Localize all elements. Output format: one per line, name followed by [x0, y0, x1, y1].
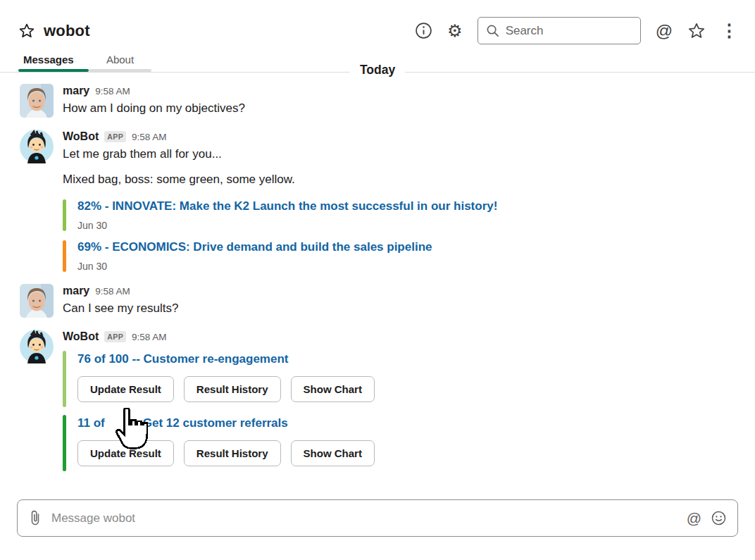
message-wobot-1: WoBot APP 9:58 AM Let me grab them all f…	[0, 123, 755, 278]
tab-about-label: About	[106, 54, 134, 66]
gear-icon[interactable]: ⚙	[447, 23, 463, 39]
result-link-prefix: 11 of	[77, 416, 105, 430]
date-divider-label: Today	[350, 63, 405, 77]
update-result-button[interactable]: Update Result	[77, 376, 174, 402]
message-timestamp: 9:58 AM	[95, 86, 130, 97]
message-text: Mixed bag, boss: some green, some yellow…	[63, 171, 741, 189]
message-author[interactable]: mary	[63, 85, 89, 97]
update-result-button[interactable]: Update Result	[77, 440, 174, 466]
search-input[interactable]	[506, 24, 632, 38]
avatar-wobot[interactable]	[20, 330, 54, 363]
page-title: wobot	[44, 22, 90, 40]
result-link-suffix: Get 12 customer referrals	[143, 416, 288, 430]
tab-messages-label: Messages	[23, 54, 74, 66]
tab-about[interactable]: About	[89, 54, 151, 72]
objective-date: Jun 30	[77, 261, 432, 272]
star-icon[interactable]	[687, 22, 706, 40]
result-block: 11 ofGet 12 customer referrals Update Re…	[63, 415, 741, 471]
result-block: 76 of 100 -- Customer re-engagement Upda…	[63, 351, 741, 407]
at-mention-icon[interactable]: @	[656, 23, 673, 39]
message-wobot-2: WoBot APP 9:58 AM 76 of 100 -- Customer …	[0, 323, 755, 477]
avatar-wobot[interactable]	[20, 130, 54, 163]
objective-date: Jun 30	[77, 220, 497, 231]
star-icon[interactable]	[18, 23, 35, 39]
message-author[interactable]: mary	[63, 285, 89, 297]
message-list: mary 9:58 AM How am I doing on my object…	[0, 73, 755, 477]
result-history-button[interactable]: Result History	[184, 376, 281, 402]
message-timestamp: 9:58 AM	[95, 286, 130, 297]
objective-link[interactable]: 82% - INNOVATE: Make the K2 Launch the m…	[77, 199, 497, 213]
avatar-mary[interactable]	[20, 84, 54, 118]
message-timestamp: 9:58 AM	[132, 332, 167, 342]
app-badge: APP	[104, 131, 126, 142]
avatar-mary[interactable]	[20, 284, 54, 318]
message-author[interactable]: WoBot	[63, 330, 99, 343]
tab-messages[interactable]: Messages	[18, 54, 89, 72]
search-icon	[486, 24, 499, 37]
result-link[interactable]: 11 ofGet 12 customer referrals	[77, 415, 375, 430]
message-composer[interactable]: @	[17, 499, 738, 537]
app-badge: APP	[104, 331, 126, 342]
paperclip-icon[interactable]	[28, 509, 42, 528]
info-icon[interactable]	[415, 22, 432, 39]
message-mary-2: mary 9:58 AM Can I see my results?	[0, 278, 755, 323]
message-timestamp: 9:58 AM	[132, 132, 167, 142]
channel-header: wobot ⚙ @ ⋮ Messages About	[0, 0, 755, 72]
objective-attachment: 82% - INNOVATE: Make the K2 Launch the m…	[63, 199, 741, 231]
objective-attachment: 69% - ECONOMICS: Drive demand and build …	[63, 240, 741, 272]
show-chart-button[interactable]: Show Chart	[291, 376, 375, 402]
at-mention-icon[interactable]: @	[687, 511, 701, 525]
show-chart-button[interactable]: Show Chart	[291, 440, 375, 466]
message-author[interactable]: WoBot	[63, 130, 99, 143]
message-text: Let me grab them all for you...	[63, 146, 741, 163]
search-box[interactable]	[478, 17, 641, 44]
kebab-menu-icon[interactable]: ⋮	[720, 20, 738, 41]
emoji-icon[interactable]	[711, 510, 727, 526]
result-link[interactable]: 76 of 100 -- Customer re-engagement	[77, 351, 375, 366]
date-divider: Today	[0, 72, 755, 73]
message-input[interactable]	[51, 511, 678, 525]
message-mary-1: mary 9:58 AM How am I doing on my object…	[0, 77, 755, 123]
result-history-button[interactable]: Result History	[184, 440, 281, 466]
objective-link[interactable]: 69% - ECONOMICS: Drive demand and build …	[77, 240, 432, 254]
message-text: Can I see my results?	[63, 300, 741, 318]
message-text: How am I doing on my objectives?	[63, 100, 741, 118]
